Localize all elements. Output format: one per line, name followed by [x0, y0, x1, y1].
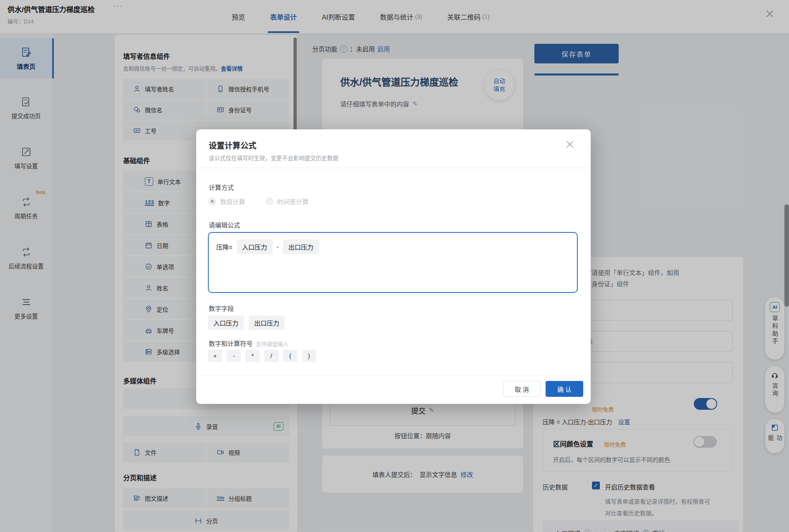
op-open-paren-button[interactable]: (: [283, 350, 297, 362]
op-divide-button[interactable]: /: [264, 350, 278, 362]
formula-target: 压降=: [216, 242, 233, 251]
divider: [196, 168, 591, 168]
field-chip-inlet[interactable]: 入口压力: [208, 315, 244, 330]
formula-operand-chip[interactable]: 出口压力: [283, 240, 319, 254]
calc-mode-radios: 数值计算 时间差计算: [209, 197, 309, 206]
symbols-label: 数字和计算符号支持键盘输入: [209, 339, 288, 348]
radio-icon: [266, 198, 273, 205]
radio-time-diff-calc[interactable]: 时间差计算: [266, 197, 309, 206]
modal-subtitle: 该公式仅在填写时生效，变更不会影响提交历史数据: [209, 154, 339, 162]
number-fields-label: 数字字段: [209, 304, 234, 313]
operator-buttons: + - * / ( ): [208, 350, 316, 362]
radio-selected-icon: [209, 198, 216, 205]
formula-operator: -: [277, 243, 279, 250]
modal-title: 设置计算公式: [209, 139, 256, 151]
calc-formula-modal: 设置计算公式 该公式仅在填写时生效，变更不会影响提交历史数据 计算方式 数值计算…: [196, 129, 591, 404]
divider: [196, 375, 591, 375]
close-icon[interactable]: [566, 140, 574, 149]
op-multiply-button[interactable]: *: [245, 350, 260, 362]
field-chip-outlet[interactable]: 出口压力: [249, 315, 285, 330]
calc-mode-label: 计算方式: [209, 183, 234, 192]
confirm-button[interactable]: 确 认: [546, 381, 583, 397]
cancel-button[interactable]: 取 消: [503, 381, 541, 397]
formula-editor-label: 请编辑公式: [209, 220, 240, 229]
formula-operand-chip[interactable]: 入口压力: [237, 240, 273, 254]
op-minus-button[interactable]: -: [227, 350, 241, 362]
op-plus-button[interactable]: +: [208, 350, 222, 362]
symbols-hint: 支持键盘输入: [256, 341, 288, 347]
radio-numeric-calc[interactable]: 数值计算: [209, 197, 245, 206]
formula-editor[interactable]: 压降= 入口压力 - 出口压力: [208, 232, 578, 293]
op-close-paren-button[interactable]: ): [302, 350, 316, 362]
